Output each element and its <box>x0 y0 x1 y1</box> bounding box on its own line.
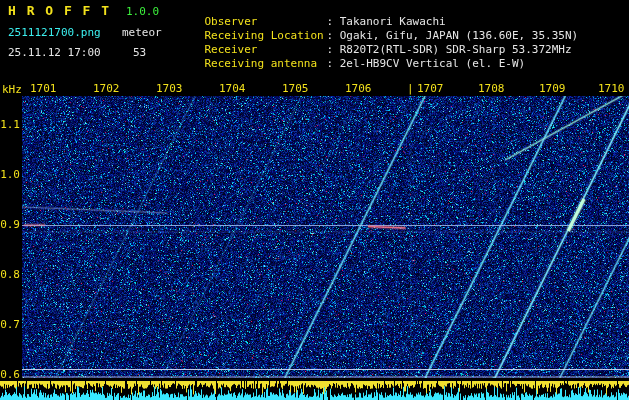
info-value: : 2el-HB9CV Vertical (el. E-W) <box>327 57 526 70</box>
freq-tick-1.0: 1.0 <box>0 169 20 181</box>
time-tick-1710: 1710 <box>598 83 625 95</box>
meteor-count: 53 <box>133 47 146 59</box>
app-title: H R O F F T <box>8 5 111 17</box>
time-tick-1701: 1701 <box>30 83 57 95</box>
time-tick-1705: 1705 <box>282 83 309 95</box>
freq-tick-0.7: 0.7 <box>0 319 20 331</box>
freq-tick-0.8: 0.8 <box>0 269 20 281</box>
freq-tick-0.9: 0.9 <box>0 219 20 231</box>
freq-tick-1.1: 1.1 <box>0 119 20 131</box>
time-tick-1703: 1703 <box>156 83 183 95</box>
output-filename: 2511121700.png <box>8 27 101 39</box>
observation-datetime: 25.11.12 17:00 <box>8 47 101 59</box>
time-tick-1708: 1708 <box>478 83 505 95</box>
hrofft-screenshot: H R O F F T 1.0.0 2511121700.png meteor … <box>0 0 629 400</box>
app-version: 1.0.0 <box>126 6 159 18</box>
freq-axis-unit: kHz <box>2 84 22 96</box>
time-tick-1702: 1702 <box>93 83 120 95</box>
freq-tick-0.6: 0.6 <box>0 369 20 381</box>
mode-label: meteor <box>122 27 162 39</box>
minute-tick: | <box>407 83 414 95</box>
time-tick-1709: 1709 <box>539 83 566 95</box>
time-tick-1706: 1706 <box>345 83 372 95</box>
info-row-antenna: Receiving antenna: 2el-HB9CV Vertical (e… <box>178 46 525 82</box>
info-label: Receiving antenna <box>205 58 327 70</box>
time-tick-1704: 1704 <box>219 83 246 95</box>
time-tick-1707: 1707 <box>417 83 444 95</box>
